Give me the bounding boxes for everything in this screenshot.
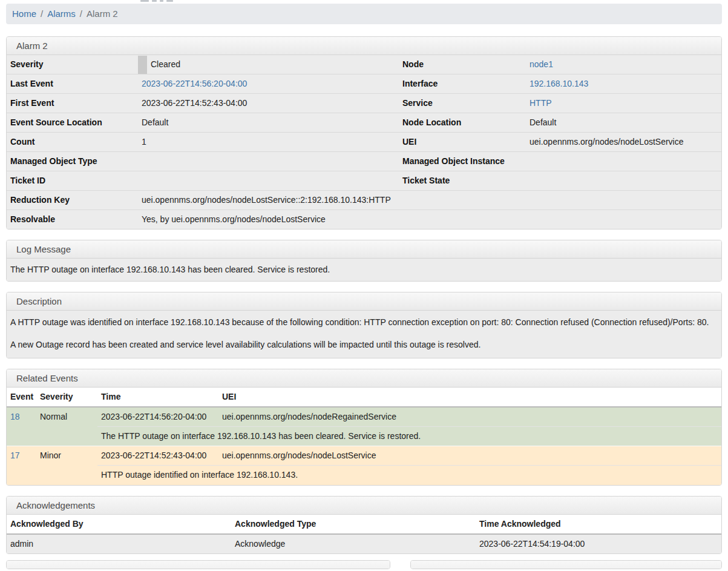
severity-value-cell: Cleared bbox=[138, 55, 399, 74]
field-value: 2023-06-22T14:56:20-04:00 bbox=[138, 74, 399, 94]
event-message-row: HTTP outage identified on interface 192.… bbox=[7, 466, 721, 485]
log-message-text: The HTTP outage on interface 192.168.10.… bbox=[7, 259, 721, 281]
field-value: uei.opennms.org/nodes/nodeLostService::2… bbox=[138, 191, 721, 210]
field-label: Node Location bbox=[399, 113, 526, 133]
event-id-cell: 17 bbox=[7, 446, 36, 485]
field-value bbox=[526, 171, 721, 191]
node-link[interactable]: node1 bbox=[530, 59, 553, 69]
panel-title bbox=[7, 561, 390, 569]
column-header: Time bbox=[97, 388, 218, 407]
field-value bbox=[138, 152, 399, 171]
field-value: uei.opennms.org/nodes/nodeLostService bbox=[526, 133, 721, 152]
panel-title bbox=[411, 561, 721, 569]
column-header: Acknowledged By bbox=[7, 515, 231, 534]
alarm-detail-panel: Alarm 2 Severity Cleared Node node1 Last… bbox=[6, 36, 722, 229]
field-label: Node bbox=[399, 55, 526, 74]
acknowledgements-panel: Acknowledgements Acknowledged By Acknowl… bbox=[6, 496, 722, 554]
related-events-panel: Related Events Event Severity Time UEI 1… bbox=[6, 369, 722, 486]
column-header: Acknowledged Type bbox=[231, 515, 476, 534]
related-events-table: Event Severity Time UEI 18 Normal 2023-0… bbox=[7, 388, 721, 485]
severity-color-bar bbox=[138, 56, 147, 74]
column-header: Severity bbox=[36, 388, 97, 407]
breadcrumb-alarms-link[interactable]: Alarms bbox=[47, 8, 76, 19]
field-value bbox=[138, 171, 399, 191]
field-value: Yes, by uei.opennms.org/nodes/nodeLostSe… bbox=[138, 210, 721, 229]
field-label: First Event bbox=[7, 94, 138, 113]
panel-title: Alarm 2 bbox=[7, 37, 721, 55]
table-row: Count 1 UEI uei.opennms.org/nodes/nodeLo… bbox=[7, 133, 721, 152]
table-row: Managed Object Type Managed Object Insta… bbox=[7, 152, 721, 171]
field-label: Ticket State bbox=[399, 171, 526, 191]
breadcrumb-home-link[interactable]: Home bbox=[12, 8, 36, 19]
event-row: 18 Normal 2023-06-22T14:56:20-04:00 uei.… bbox=[7, 407, 721, 427]
time-acknowledged: 2023-06-22T14:54:19-04:00 bbox=[476, 534, 721, 553]
breadcrumb: Home/Alarms/Alarm 2 bbox=[6, 4, 722, 24]
field-label: Reduction Key bbox=[7, 191, 138, 210]
panel-title: Related Events bbox=[7, 369, 721, 388]
log-message-panel: Log Message The HTTP outage on interface… bbox=[6, 240, 722, 282]
field-value bbox=[526, 152, 721, 171]
field-label: Event Source Location bbox=[7, 113, 138, 133]
event-severity: Minor bbox=[36, 446, 97, 485]
description-body: A HTTP outage was identified on interfac… bbox=[7, 311, 721, 358]
field-label: Last Event bbox=[7, 74, 138, 94]
severity-value: Cleared bbox=[151, 59, 180, 70]
bottom-panels-row bbox=[6, 560, 722, 569]
table-row: Resolvable Yes, by uei.opennms.org/nodes… bbox=[7, 210, 721, 229]
field-label: Service bbox=[399, 94, 526, 113]
panel-title: Acknowledgements bbox=[7, 497, 721, 515]
description-paragraph: A new Outage record has been created and… bbox=[10, 340, 718, 350]
field-label: Count bbox=[7, 133, 138, 152]
cutoff-element-artifact bbox=[140, 0, 173, 2]
table-row: First Event 2023-06-22T14:52:43-04:00 Se… bbox=[7, 94, 721, 113]
field-label: Managed Object Instance bbox=[399, 152, 526, 171]
field-label: Managed Object Type bbox=[7, 152, 138, 171]
event-row: 17 Minor 2023-06-22T14:52:43-04:00 uei.o… bbox=[7, 446, 721, 466]
table-row: Ticket ID Ticket State bbox=[7, 171, 721, 191]
field-label: Interface bbox=[399, 74, 526, 94]
event-uei: uei.opennms.org/nodes/nodeRegainedServic… bbox=[218, 407, 721, 427]
field-value: node1 bbox=[526, 55, 721, 74]
event-uei: uei.opennms.org/nodes/nodeLostService bbox=[218, 446, 721, 466]
table-row: Last Event 2023-06-22T14:56:20-04:00 Int… bbox=[7, 74, 721, 94]
event-time: 2023-06-22T14:52:43-04:00 bbox=[97, 446, 218, 466]
acknowledged-by: admin bbox=[7, 534, 231, 553]
service-link[interactable]: HTTP bbox=[530, 98, 552, 108]
field-label: Resolvable bbox=[7, 210, 138, 229]
field-value: 192.168.10.143 bbox=[526, 74, 721, 94]
description-panel: Description A HTTP outage was identified… bbox=[6, 292, 722, 358]
table-row: Severity Cleared Node node1 bbox=[7, 55, 721, 74]
partial-panel-right bbox=[410, 560, 722, 569]
table-header-row: Acknowledged By Acknowledged Type Time A… bbox=[7, 515, 721, 534]
field-label: UEI bbox=[399, 133, 526, 152]
field-value: HTTP bbox=[526, 94, 721, 113]
event-message: HTTP outage identified on interface 192.… bbox=[97, 466, 721, 485]
field-label: Ticket ID bbox=[7, 171, 138, 191]
event-time: 2023-06-22T14:56:20-04:00 bbox=[97, 407, 218, 427]
partial-panel-left bbox=[6, 560, 390, 569]
event-id-link[interactable]: 18 bbox=[10, 412, 20, 421]
panel-title: Log Message bbox=[7, 240, 721, 259]
acknowledged-type: Acknowledge bbox=[231, 534, 476, 553]
breadcrumb-separator: / bbox=[41, 8, 43, 19]
field-value: Default bbox=[526, 113, 721, 133]
last-event-link[interactable]: 2023-06-22T14:56:20-04:00 bbox=[142, 79, 247, 88]
table-row: Reduction Key uei.opennms.org/nodes/node… bbox=[7, 191, 721, 210]
event-message-row: The HTTP outage on interface 192.168.10.… bbox=[7, 427, 721, 446]
alarm-details-table: Severity Cleared Node node1 Last Event 2… bbox=[7, 55, 721, 229]
field-value: 1 bbox=[138, 133, 399, 152]
panel-title: Description bbox=[7, 292, 721, 311]
column-header: Event bbox=[7, 388, 36, 407]
event-id-link[interactable]: 17 bbox=[10, 451, 20, 460]
breadcrumb-current: Alarm 2 bbox=[87, 8, 118, 19]
table-row: Event Source Location Default Node Locat… bbox=[7, 113, 721, 133]
page-content: Home/Alarms/Alarm 2 Alarm 2 Severity Cle… bbox=[0, 0, 728, 569]
field-value: 2023-06-22T14:52:43-04:00 bbox=[138, 94, 399, 113]
event-id-cell: 18 bbox=[7, 407, 36, 446]
description-paragraph: A HTTP outage was identified on interfac… bbox=[10, 317, 718, 328]
event-severity: Normal bbox=[36, 407, 97, 446]
event-message: The HTTP outage on interface 192.168.10.… bbox=[97, 427, 721, 446]
interface-link[interactable]: 192.168.10.143 bbox=[530, 79, 588, 88]
field-value: Default bbox=[138, 113, 399, 133]
column-header: Time Acknowledged bbox=[476, 515, 721, 534]
